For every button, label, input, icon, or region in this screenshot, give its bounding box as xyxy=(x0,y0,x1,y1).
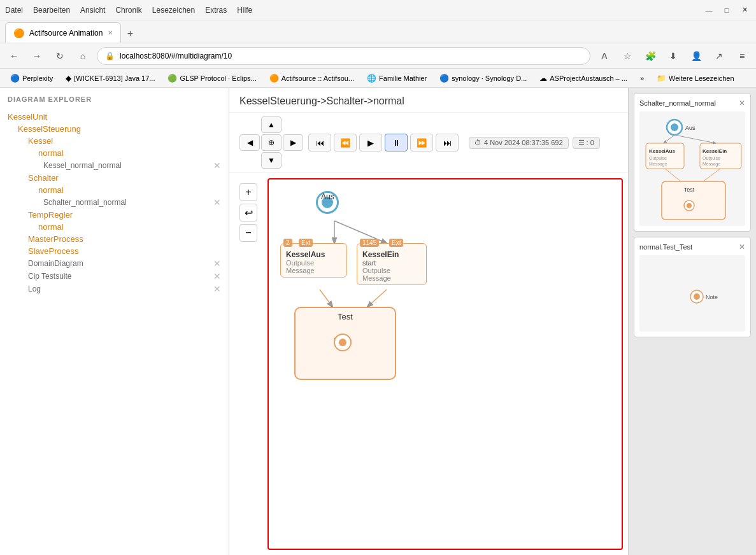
timestamp-badge: ⏱ 4 Nov 2024 08:37:35 692 xyxy=(469,137,569,149)
mini-canvas-2[interactable]: Note xyxy=(639,255,745,332)
skip-back-button[interactable]: ⏮ xyxy=(308,134,331,151)
close-kessel-normal-icon[interactable]: ✕ xyxy=(213,160,221,171)
home-button[interactable]: ⌂ xyxy=(74,47,92,65)
zoom-out-button[interactable]: − xyxy=(239,224,257,242)
sidebar-item-masterprocess[interactable]: MasterProcess xyxy=(8,233,221,245)
transition-kesselein[interactable]: 1145 Ext KesselEin start Outpulse Messag… xyxy=(357,243,427,285)
bookmark-label: Perplexity xyxy=(22,74,53,82)
mini-canvas[interactable]: Aus KesselAus Outpulse Message KesselEin… xyxy=(639,111,745,226)
bookmark-familie[interactable]: 🌐 Familie Mathier xyxy=(362,73,432,84)
menu-button[interactable]: ≡ xyxy=(733,47,751,65)
bookmarks-bar: 🔵 Perplexity ◆ [WICKET-6913] Java 17... … xyxy=(0,69,756,88)
sidebar-item-tempregler[interactable]: TempRegler xyxy=(8,209,221,221)
sidebar-item-kessel[interactable]: Kessel xyxy=(8,135,221,147)
diagram-canvas[interactable]: Aus 2 Ext KesselAus Outpulse Message 114… xyxy=(267,178,623,550)
sidebar-item-tempregler-normal[interactable]: normal xyxy=(8,221,221,233)
bookmark-perplexity[interactable]: 🔵 Perplexity xyxy=(5,73,58,84)
mini-diagram-label: normal.Test_Test xyxy=(639,243,692,251)
reload-button[interactable]: ↻ xyxy=(51,47,69,65)
svg-point-19 xyxy=(687,203,692,208)
nav-up-button[interactable]: ▲ xyxy=(261,116,282,133)
sidebar-item-domaindiagram[interactable]: DomainDiagram ✕ xyxy=(8,257,221,270)
bookmark-star[interactable]: ☆ xyxy=(618,47,636,65)
sidebar-item-kessel-normal-normal[interactable]: Kessel_normal_normal ✕ xyxy=(8,159,221,172)
sidebar-item-slaveprocess[interactable]: SlaveProcess xyxy=(8,245,221,257)
forward-button[interactable]: → xyxy=(28,47,46,65)
sidebar-item-cip[interactable]: Cip Testsuite ✕ xyxy=(8,270,221,283)
bookmark-actifsource[interactable]: 🟠 Actifsource :: Actifsou... xyxy=(264,73,359,84)
bookmark-weitere[interactable]: 📁 Weitere Lesezeichen xyxy=(652,73,739,84)
nav-left-button[interactable]: ◀ xyxy=(239,134,260,151)
transition-type: Ext xyxy=(299,239,313,247)
transition-type: Ext xyxy=(389,239,403,247)
back-button[interactable]: ← xyxy=(5,47,23,65)
close-domain-icon[interactable]: ✕ xyxy=(213,258,221,269)
playback-controls: ⏮ ⏪ ▶ ⏸ ⏩ ⏭ xyxy=(308,134,459,151)
menu-ansicht[interactable]: Ansicht xyxy=(80,6,105,15)
sidebar-item-kessel-normal[interactable]: normal xyxy=(8,147,221,159)
zoom-in-button[interactable]: + xyxy=(239,183,257,201)
close-mini-diagram-button[interactable]: ✕ xyxy=(739,99,745,108)
maximize-button[interactable]: □ xyxy=(720,4,733,17)
svg-text:Message: Message xyxy=(703,162,721,167)
sidebar-item-schalter[interactable]: Schalter xyxy=(8,172,221,184)
composite-state-test[interactable]: Test State xyxy=(294,307,396,380)
sub-state[interactable] xyxy=(334,334,352,351)
menu-chronik[interactable]: Chronik xyxy=(115,6,141,15)
menu-extras[interactable]: Extras xyxy=(205,6,227,15)
menu-lesezeichen[interactable]: Lesezeichen xyxy=(152,6,195,15)
nav-right-button[interactable]: ▶ xyxy=(283,134,303,151)
rewind-button[interactable]: ⏪ xyxy=(334,134,357,151)
minimize-button[interactable]: — xyxy=(703,4,715,17)
sidebar-item-label: DomainDiagram xyxy=(28,259,83,268)
tab-close-button[interactable]: ✕ xyxy=(108,29,113,36)
play-button[interactable]: ▶ xyxy=(359,134,382,151)
new-tab-button[interactable]: + xyxy=(121,25,139,43)
address-bar[interactable]: 🔒 localhost:8080/#/multidiagram/10 xyxy=(97,47,590,65)
browser-tab[interactable]: 🟠 Actifsource Animation ✕ xyxy=(5,22,121,43)
close-button[interactable]: ✕ xyxy=(738,4,751,17)
sidebar-item-kesselunit[interactable]: KesselUnit xyxy=(8,111,221,123)
profile-button[interactable]: 👤 xyxy=(687,47,705,65)
bookmark-synology[interactable]: 🔵 synology · Synology D... xyxy=(434,73,532,84)
svg-line-23 xyxy=(703,169,720,181)
undo-button[interactable]: ↩ xyxy=(239,204,257,221)
tab-bar: 🟠 Actifsource Animation ✕ + xyxy=(0,20,756,43)
sidebar-item-kesselsteuerung[interactable]: KesselSteuerung xyxy=(8,123,221,135)
diagram-title: KesselSteuerung->Schalter->normal xyxy=(229,88,628,113)
transition-detail-1: Outpulse xyxy=(362,267,421,274)
svg-text:KesselAus: KesselAus xyxy=(649,148,675,154)
menu-hilfe[interactable]: Hilfe xyxy=(237,6,252,15)
pause-button[interactable]: ⏸ xyxy=(385,134,408,151)
close-schalter-normal-icon[interactable]: ✕ xyxy=(213,197,221,207)
mini-diagram-svg: Aus KesselAus Outpulse Message KesselEin… xyxy=(639,111,745,226)
timestamp-text: 4 Nov 2024 08:37:35 692 xyxy=(484,139,563,146)
browser-toolbar: ← → ↻ ⌂ 🔒 localhost:8080/#/multidiagram/… xyxy=(0,43,756,69)
menu-datei[interactable]: Datei xyxy=(5,6,23,15)
mini-diagram-2-svg: Note xyxy=(639,255,745,332)
close-cip-icon[interactable]: ✕ xyxy=(213,271,221,281)
transition-kesselaus[interactable]: 2 Ext KesselAus Outpulse Message xyxy=(280,243,347,278)
extensions-button[interactable]: 🧩 xyxy=(641,47,659,65)
bookmark-glsp[interactable]: 🟢 GLSP Protocol · Eclips... xyxy=(162,73,261,84)
nav-down-button[interactable]: ▼ xyxy=(261,152,282,169)
bookmark-label: GLSP Protocol · Eclips... xyxy=(180,74,256,82)
close-mini-diagram-2-button[interactable]: ✕ xyxy=(739,242,745,251)
menu-bearbeiten[interactable]: Bearbeiten xyxy=(33,6,70,15)
bookmark-label: Weitere Lesezeichen xyxy=(669,74,734,82)
nav-center-button[interactable]: ⊕ xyxy=(261,134,282,151)
share-button[interactable]: ↗ xyxy=(710,47,728,65)
bookmark-asproject[interactable]: ☁ ASProjectAustausch – ... xyxy=(534,73,632,84)
bookmark-wicket[interactable]: ◆ [WICKET-6913] Java 17... xyxy=(61,73,160,84)
sidebar-item-schalter-normal-normal[interactable]: Schalter_normal_normal ✕ xyxy=(8,196,221,209)
forward-button[interactable]: ⏩ xyxy=(410,134,433,151)
download-button[interactable]: ⬇ xyxy=(664,47,682,65)
sub-state-inner xyxy=(339,339,346,346)
skip-forward-button[interactable]: ⏭ xyxy=(436,134,459,151)
bookmark-more[interactable]: » xyxy=(635,73,649,83)
sidebar-item-log[interactable]: Log ✕ xyxy=(8,283,221,295)
sidebar-item-schalter-normal[interactable]: normal xyxy=(8,184,221,196)
translate-icon[interactable]: A xyxy=(596,47,613,65)
close-log-icon[interactable]: ✕ xyxy=(213,284,221,294)
tab-label: Actifsource Animation xyxy=(29,29,103,38)
